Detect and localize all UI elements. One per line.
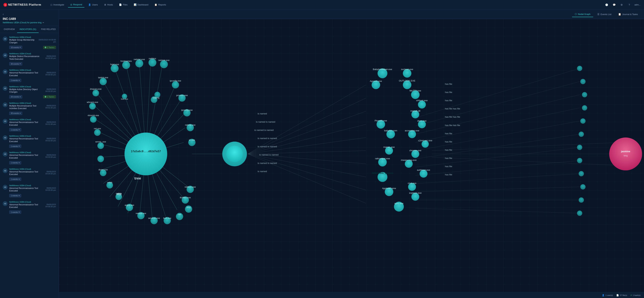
indicator-source[interactable]: NetWitness UEBA (Cloud) (9, 102, 56, 104)
indicator-title: Abnormal Reconnaissance Tool Executed (9, 154, 40, 159)
events-button[interactable]: 1 events▾ (9, 194, 21, 197)
indicator-item[interactable]: 40 NetWitness UEBA (Cloud) Abnormal Reco… (0, 183, 59, 199)
message-button[interactable]: 💬 (612, 3, 617, 7)
indicator-item[interactable]: 40 NetWitness UEBA (Cloud) Multiple Acti… (0, 84, 59, 100)
connection-lines-right (248, 85, 366, 203)
nav-files[interactable]: 📄 Files (116, 2, 130, 7)
nav-hosts[interactable]: 🖥 Hosts (102, 2, 115, 7)
indicator-footer: 20 events ▾ 2 Tactics (9, 95, 56, 98)
events-button[interactable]: 30 events ▾ (9, 62, 22, 65)
indicator-item[interactable]: 40 NetWitness UEBA (Cloud) Abnormal Reco… (0, 117, 59, 133)
indicator-source[interactable]: NetWitness UEBA (Cloud) (9, 135, 56, 137)
svg-text:is named is named: is named is named (256, 120, 275, 123)
events-button[interactable]: 10 events ▾ (9, 46, 22, 49)
indicator-date: 09/05/2023 04:00:00 pm (41, 55, 56, 59)
events-button[interactable]: 1 events ▾ (9, 79, 21, 82)
indicator-item[interactable]: 40 NetWitness UEBA (Cloud) Abnormal Reco… (0, 67, 59, 84)
svg-line-32 (248, 85, 366, 154)
indicator-source[interactable]: NetWitness UEBA (Cloud) (9, 185, 56, 187)
view-tab-events-list[interactable]: ☰ Events List (594, 12, 614, 17)
help-button[interactable]: ? (627, 3, 632, 7)
indicator-item[interactable]: 40 NetWitness UEBA (Cloud) Multiple Reco… (0, 100, 59, 117)
svg-text:dnquery.exe: dnquery.exe (90, 88, 102, 90)
events-button[interactable]: 1 events▾ (9, 144, 21, 148)
logo: N NETWITNESS Platform (4, 3, 41, 7)
middle-node-cluster[interactable] (222, 142, 247, 166)
tools-button[interactable]: ⚙ (620, 3, 624, 7)
view-tab-journal-tasks[interactable]: 📋 Journal & Tasks (616, 12, 640, 17)
svg-point-191 (582, 105, 587, 110)
indicator-source[interactable]: NetWitness UEBA (Cloud) (9, 152, 56, 154)
svg-text:marve_exe: marve_exe (384, 146, 395, 148)
nav-right: 🕐 💬 ⚙ ? adm... (604, 3, 640, 7)
nodal-graph-svg[interactable]: hget.exe hostnames netstat.exe netbios n… (59, 19, 644, 292)
events-button[interactable]: 20 events ▾ (9, 95, 22, 98)
satellite-nodes-top: hget.exe hostnames netstat.exe netbios n… (98, 57, 181, 88)
svg-text:has file  has file: has file has file (445, 116, 460, 118)
nav-reports[interactable]: 📋 Reports (152, 2, 168, 7)
indicator-item[interactable]: 40 NetWitness UEBA (Cloud) Abnormal Reco… (0, 166, 59, 183)
indicator-source[interactable]: NetWitness UEBA (Cloud) (9, 86, 56, 88)
svg-point-199 (577, 211, 582, 216)
chevron-down-icon: ▾ (19, 178, 20, 180)
chevron-down-icon: ▾ (19, 162, 20, 164)
indicator-source[interactable]: NetWitness UEBA (Cloud) (9, 201, 56, 203)
nav-respond[interactable]: ◎ Respond (68, 2, 84, 8)
tab-overview[interactable]: OVERVIEW (1, 26, 17, 33)
indicator-item[interactable]: 40 NetWitness UEBA (Cloud) Multiple Dist… (0, 51, 59, 67)
events-button[interactable]: 1 events▾ (9, 161, 21, 165)
back-button[interactable]: ‹ (3, 13, 56, 16)
events-button[interactable]: 30 events ▾ (9, 112, 22, 115)
journal-tasks-icon: 📋 (618, 13, 621, 16)
svg-line-55 (432, 142, 621, 151)
indicator-source[interactable]: NetWitness UEBA (Cloud) (9, 53, 56, 55)
indicator-source[interactable]: NetWitness UEBA (Cloud) (9, 69, 56, 71)
tab-find-related[interactable]: FIND RELATED (39, 26, 58, 33)
indicator-item[interactable]: 40 NetWitness UEBA (Cloud) Abnormal Reco… (0, 199, 59, 216)
svg-line-43 (415, 82, 580, 126)
center-node[interactable]: 1fa5a6c0...d02d7e57 (124, 132, 167, 175)
svg-line-44 (415, 95, 580, 134)
right-panel: ⬡ Nodal Graph ☰ Events List 📋 Journal & … (59, 10, 644, 298)
indicator-item[interactable]: 40 NetWitness UEBA (Cloud) Abnormal Reco… (0, 150, 59, 166)
indicator-source[interactable]: NetWitness UEBA (Cloud) (9, 36, 56, 38)
hashes-status: # 1 hash(s) (630, 294, 640, 296)
far-right-nodes[interactable] (577, 66, 587, 216)
indicator-item[interactable]: 40 NetWitness UEBA (Cloud) Multiple Grou… (0, 34, 59, 51)
svg-text:has file  has file: has file has file (445, 107, 460, 110)
status-bar: 👤 1 user(s) 📄 57 file(s) # 1 hash(s) (59, 292, 644, 298)
user-node-jasmine[interactable]: jasmine king (609, 137, 642, 170)
svg-point-192 (580, 118, 586, 124)
edit-icon[interactable]: ✏ (42, 22, 44, 24)
svg-text:is named is named: is named is named (258, 145, 277, 148)
view-tab-nodal-graph[interactable]: ⬡ Nodal Graph (572, 11, 593, 17)
svg-text:authhost.exe: authhost.exe (417, 169, 430, 171)
svg-text:has file: has file (445, 83, 452, 85)
nav-dashboard[interactable]: 📊 Dashboard (131, 2, 151, 7)
events-button[interactable]: 1 events▾ (9, 178, 21, 181)
svg-point-79 (98, 142, 104, 149)
satellite-nodes-left: dnquery.exe whoami.exe vboxmk.exe net.ex… (86, 88, 106, 149)
indicator-content: NetWitness UEBA (Cloud) Abnormal Reconna… (9, 118, 56, 131)
incident-header: ‹ INC-1489 NetWitness UEBA (Cloud) for j… (0, 10, 59, 26)
right-cluster-nodes[interactable]: BabylonHelper.exe svchost.exe OUTLOOK.EX… (370, 68, 432, 212)
events-button[interactable]: 1 events▾ (9, 128, 21, 131)
svg-text:is named: is named (258, 112, 267, 115)
clock-button[interactable]: 🕐 (604, 3, 609, 7)
chevron-down-icon: ▾ (20, 63, 21, 65)
tab-indicators[interactable]: INDICATORS (31) (17, 26, 39, 33)
files-nav-icon: 📄 (119, 4, 122, 6)
chevron-down-icon: ▾ (19, 211, 20, 213)
indicator-date: 09/05/2023 04:00:00 pm (39, 88, 56, 92)
svg-text:railcompat.exe: railcompat.exe (375, 157, 390, 160)
indicator-item[interactable]: 40 NetWitness UEBA (Cloud) Abnormal Reco… (0, 133, 59, 150)
indicator-source[interactable]: NetWitness UEBA (Cloud) (9, 168, 56, 170)
svg-point-63 (148, 59, 156, 67)
svg-text:has file: has file (445, 91, 452, 93)
events-button[interactable]: 1 events▾ (9, 211, 21, 214)
graph-area[interactable]: hget.exe hostnames netstat.exe netbios n… (59, 19, 644, 292)
indicator-badge: 40 (3, 37, 8, 41)
nav-investigate[interactable]: ◻ Investigate (48, 2, 66, 7)
nav-users[interactable]: 👤 Users (86, 2, 100, 7)
indicator-source[interactable]: NetWitness UEBA (Cloud) (9, 118, 56, 120)
